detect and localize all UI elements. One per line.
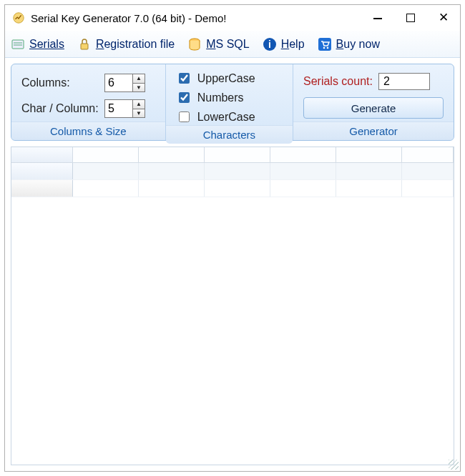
menu-buy-label: uy now: [343, 38, 380, 50]
columns-spinner[interactable]: ▲ ▼: [104, 74, 145, 92]
close-button[interactable]: ✕: [427, 5, 460, 31]
app-icon: [12, 11, 25, 24]
app-window: Serial Key Generator 7.0 (64 bit) - Demo…: [4, 4, 461, 472]
svg-text:i: i: [268, 39, 271, 50]
columns-up-button[interactable]: ▲: [133, 74, 145, 84]
menu-registration[interactable]: Registration file: [77, 37, 175, 51]
titlebar: Serial Key Generator 7.0 (64 bit) - Demo…: [5, 5, 460, 31]
menu-help[interactable]: i Help: [263, 37, 305, 51]
svg-rect-6: [318, 38, 331, 51]
svg-rect-1: [12, 40, 24, 49]
columns-down-button[interactable]: ▼: [133, 84, 145, 92]
menubar: Serials Registration file MS SQL i Help …: [5, 31, 460, 58]
serials-count-label: Serials count:: [303, 75, 373, 88]
menu-registration-label: egistration file: [104, 38, 175, 50]
cart-icon: [318, 37, 332, 51]
uppercase-row[interactable]: UpperCase: [176, 71, 283, 86]
numbers-checkbox[interactable]: [179, 92, 190, 103]
uppercase-checkbox[interactable]: [179, 73, 190, 84]
database-icon: [187, 37, 202, 51]
menu-mssql[interactable]: MS SQL: [187, 37, 249, 51]
group-characters-title: Characters: [166, 125, 293, 144]
table-row[interactable]: [11, 180, 454, 197]
resize-grip[interactable]: [449, 460, 459, 470]
numbers-row[interactable]: Numbers: [176, 90, 283, 105]
group-characters: UpperCase Numbers LowerCase Characters: [166, 64, 293, 140]
group-columns-size: Columns: ▲ ▼ Char / Column: ▲: [11, 64, 166, 140]
char-column-input[interactable]: [105, 100, 132, 117]
serials-count-input[interactable]: [378, 73, 430, 90]
menu-buy[interactable]: Buy now: [318, 37, 380, 51]
menu-help-label: elp: [289, 38, 304, 50]
menu-serials-label: Serials: [29, 38, 64, 50]
columns-input[interactable]: [105, 74, 132, 91]
lowercase-checkbox[interactable]: [179, 111, 190, 122]
numbers-label: Numbers: [197, 91, 244, 104]
char-up-button[interactable]: ▲: [133, 100, 145, 109]
table-row[interactable]: [11, 163, 454, 180]
serials-icon: [11, 37, 25, 51]
group-columns-title: Columns & Size: [11, 122, 165, 140]
menu-mssql-label: S SQL: [216, 38, 250, 50]
window-controls: ✕: [361, 5, 460, 31]
grid-column-header: [11, 147, 454, 163]
lock-icon: [77, 37, 92, 51]
generate-button[interactable]: Generate: [303, 97, 444, 119]
ribbon: Columns: ▲ ▼ Char / Column: ▲: [11, 64, 454, 141]
group-generator: Serials count: Generate Generator: [293, 64, 454, 140]
lowercase-row[interactable]: LowerCase: [176, 109, 283, 124]
info-icon: i: [263, 37, 277, 51]
results-grid[interactable]: [11, 147, 454, 465]
maximize-button[interactable]: [394, 5, 427, 31]
uppercase-label: UpperCase: [197, 72, 255, 85]
columns-label: Columns:: [21, 76, 99, 89]
svg-point-8: [326, 46, 328, 49]
char-column-label: Char / Column:: [21, 102, 99, 115]
lowercase-label: LowerCase: [197, 111, 255, 124]
char-down-button[interactable]: ▼: [133, 109, 145, 118]
minimize-button[interactable]: [361, 5, 394, 31]
group-generator-title: Generator: [293, 122, 454, 140]
menu-serials[interactable]: Serials: [11, 37, 64, 51]
char-column-spinner[interactable]: ▲ ▼: [104, 99, 145, 118]
svg-rect-2: [81, 44, 88, 49]
window-title: Serial Key Generator 7.0 (64 bit) - Demo…: [31, 12, 226, 24]
svg-point-7: [323, 46, 325, 49]
